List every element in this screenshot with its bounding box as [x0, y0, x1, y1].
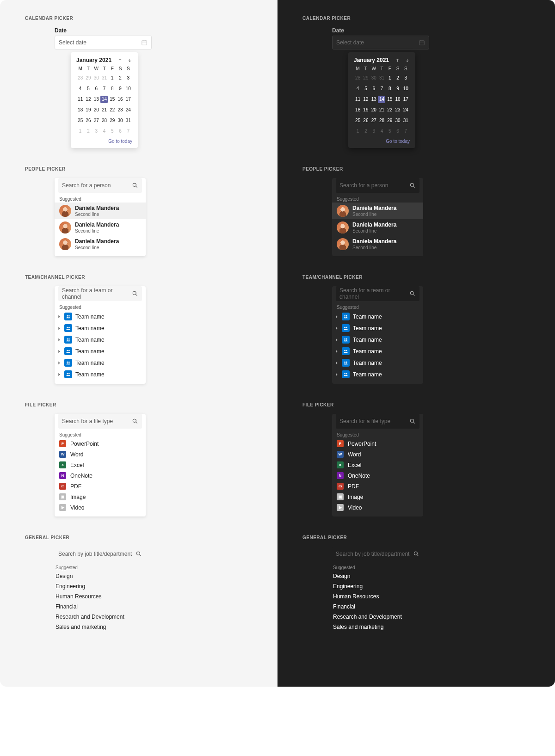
calendar-day[interactable]: 15: [109, 96, 116, 103]
file-type-item[interactable]: ▭PDF: [332, 481, 423, 492]
calendar-day[interactable]: 4: [354, 85, 362, 92]
calendar-day[interactable]: 28: [100, 117, 108, 124]
go-to-today-link[interactable]: Go to today: [108, 139, 132, 144]
team-item[interactable]: Team name: [55, 369, 146, 380]
calendar-day[interactable]: 24: [124, 106, 132, 114]
calendar-day[interactable]: 14: [100, 96, 108, 103]
calendar-day[interactable]: 4: [100, 128, 108, 135]
team-search-input[interactable]: Search for a team or channel: [336, 286, 419, 301]
file-type-item[interactable]: ▭PDF: [55, 481, 146, 492]
general-search-input[interactable]: Search by job title/department: [332, 547, 423, 561]
file-type-item[interactable]: PPowerPoint: [55, 438, 146, 449]
file-search-input[interactable]: Search for a file type: [336, 414, 419, 429]
calendar-day[interactable]: 30: [117, 117, 124, 124]
file-type-item[interactable]: XExcel: [55, 460, 146, 470]
calendar-day[interactable]: 5: [85, 85, 92, 92]
general-item[interactable]: Sales and marketing: [332, 622, 423, 632]
person-item[interactable]: Daniela ManderaSecond line: [55, 203, 146, 219]
general-item[interactable]: Human Resources: [332, 591, 423, 602]
general-item[interactable]: Financial: [55, 602, 146, 612]
file-type-item[interactable]: PPowerPoint: [332, 438, 423, 449]
file-type-item[interactable]: ▶Video: [55, 502, 146, 513]
team-item[interactable]: Team name: [55, 322, 146, 334]
calendar-day[interactable]: 9: [394, 85, 401, 92]
team-item[interactable]: Team name: [55, 334, 146, 345]
calendar-day[interactable]: 12: [85, 96, 92, 103]
team-item[interactable]: Team name: [332, 334, 423, 345]
calendar-day[interactable]: 17: [124, 96, 132, 103]
team-item[interactable]: Team name: [332, 345, 423, 357]
calendar-day[interactable]: 4: [378, 128, 385, 135]
calendar-day[interactable]: 28: [378, 117, 385, 124]
calendar-day[interactable]: 18: [77, 106, 84, 114]
date-input[interactable]: Select date: [55, 36, 152, 49]
calendar-day[interactable]: 13: [370, 96, 377, 103]
calendar-day[interactable]: 30: [92, 74, 100, 82]
calendar-day[interactable]: 3: [402, 74, 409, 82]
arrow-down-icon[interactable]: [405, 58, 410, 63]
calendar-day[interactable]: 22: [109, 106, 116, 114]
calendar-day[interactable]: 1: [77, 128, 84, 135]
calendar-day[interactable]: 11: [354, 96, 362, 103]
calendar-day[interactable]: 8: [386, 85, 394, 92]
calendar-day[interactable]: 6: [394, 128, 401, 135]
file-type-item[interactable]: NOneNote: [55, 470, 146, 481]
calendar-day[interactable]: 2: [85, 128, 92, 135]
calendar-day[interactable]: 1: [354, 128, 362, 135]
calendar-month[interactable]: January 2021: [76, 57, 111, 63]
calendar-day[interactable]: 25: [77, 117, 84, 124]
calendar-day[interactable]: 31: [100, 74, 108, 82]
calendar-day[interactable]: 7: [378, 85, 385, 92]
calendar-day[interactable]: 14: [378, 96, 385, 103]
file-type-item[interactable]: ▣Image: [332, 492, 423, 502]
general-item[interactable]: Financial: [332, 602, 423, 612]
general-item[interactable]: Research and Development: [332, 612, 423, 622]
calendar-day[interactable]: 30: [394, 117, 401, 124]
general-search-input[interactable]: Search by job title/department: [55, 547, 146, 561]
calendar-day[interactable]: 16: [394, 96, 401, 103]
calendar-day[interactable]: 29: [362, 74, 370, 82]
team-item[interactable]: Team name: [55, 311, 146, 322]
general-item[interactable]: Engineering: [55, 581, 146, 591]
calendar-day[interactable]: 29: [109, 117, 116, 124]
calendar-day[interactable]: 20: [92, 106, 100, 114]
file-type-item[interactable]: WWord: [332, 449, 423, 460]
person-item[interactable]: Daniela ManderaSecond line: [55, 236, 146, 252]
calendar-day[interactable]: 10: [402, 85, 409, 92]
calendar-day[interactable]: 3: [92, 128, 100, 135]
calendar-day[interactable]: 7: [124, 128, 132, 135]
calendar-day[interactable]: 1: [109, 74, 116, 82]
calendar-day[interactable]: 21: [378, 106, 385, 114]
calendar-day[interactable]: 22: [386, 106, 394, 114]
calendar-day[interactable]: 6: [92, 85, 100, 92]
calendar-day[interactable]: 29: [386, 117, 394, 124]
arrow-down-icon[interactable]: [127, 58, 132, 63]
general-item[interactable]: Human Resources: [55, 591, 146, 602]
calendar-day[interactable]: 10: [124, 85, 132, 92]
arrow-up-icon[interactable]: [117, 58, 123, 63]
calendar-day[interactable]: 3: [370, 128, 377, 135]
calendar-day[interactable]: 2: [394, 74, 401, 82]
team-item[interactable]: Team name: [55, 345, 146, 357]
calendar-day[interactable]: 26: [362, 117, 370, 124]
person-item[interactable]: Daniela ManderaSecond line: [55, 219, 146, 236]
calendar-day[interactable]: 6: [117, 128, 124, 135]
calendar-day[interactable]: 30: [370, 74, 377, 82]
calendar-day[interactable]: 19: [362, 106, 370, 114]
person-item[interactable]: Daniela ManderaSecond line: [332, 203, 423, 219]
calendar-day[interactable]: 2: [117, 74, 124, 82]
general-item[interactable]: Sales and marketing: [55, 622, 146, 632]
calendar-day[interactable]: 2: [362, 128, 370, 135]
calendar-day[interactable]: 5: [386, 128, 394, 135]
team-item[interactable]: Team name: [332, 357, 423, 369]
people-search-input[interactable]: Search for a person: [58, 178, 142, 193]
calendar-day[interactable]: 19: [85, 106, 92, 114]
calendar-day[interactable]: 27: [370, 117, 377, 124]
calendar-day[interactable]: 13: [92, 96, 100, 103]
general-item[interactable]: Engineering: [332, 581, 423, 591]
calendar-day[interactable]: 9: [117, 85, 124, 92]
calendar-day[interactable]: 16: [117, 96, 124, 103]
calendar-day[interactable]: 6: [370, 85, 377, 92]
team-item[interactable]: Team name: [332, 369, 423, 380]
calendar-day[interactable]: 3: [124, 74, 132, 82]
